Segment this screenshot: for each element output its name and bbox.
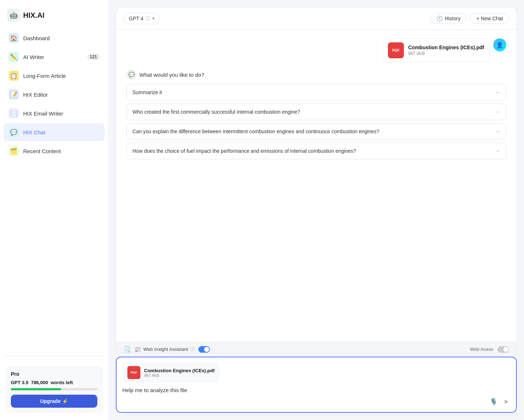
sidebar-item-ai-writer[interactable]: ✏️ AI Writer 121 (4, 48, 105, 66)
sidebar-divider (4, 356, 105, 356)
model-label: GPT 4 (129, 16, 143, 21)
send-button[interactable]: ➤ (502, 396, 510, 407)
sidebar-item-hix-chat[interactable]: 💬 HIX Chat (4, 123, 105, 141)
user-message-bubble: PDF Combustion Engines (ICEs).pdf 987.4K… (383, 38, 490, 62)
model-info-icon: ⓘ (145, 15, 150, 22)
attached-pdf-badge: PDF (127, 366, 140, 379)
suggestion-0-text: Summarize it (132, 89, 162, 95)
sidebar-logo: 🤖 HIX.AI (0, 0, 108, 29)
model-selector[interactable]: GPT 4 ⓘ ▾ (123, 13, 160, 24)
toolbar-doc-icon[interactable]: 🗒️ (123, 346, 131, 353)
plan-words-left: 786,000 (31, 380, 48, 385)
suggestion-3-text: How does the choice of fuel impact the p… (132, 148, 356, 154)
pdf-info: Combustion Engines (ICEs).pdf 987.4KB (408, 45, 484, 56)
sidebar: 🤖 HIX.AI 🏠 Dashboard ✏️ AI Writer 121 📋 … (0, 0, 109, 420)
hix-editor-icon: 📝 (9, 89, 19, 100)
sidebar-item-label-hix-chat: HIX Chat (23, 129, 45, 135)
plan-words-label: words left (51, 380, 73, 385)
user-avatar: 👤 (493, 38, 506, 51)
microphone-button[interactable]: 🎙️ (488, 396, 499, 407)
suggestion-0[interactable]: Summarize it → (126, 84, 506, 101)
plan-card: Pro GPT 3.5 786,000 words left Upgrade ⚡ (5, 366, 103, 413)
message-input[interactable]: Help me to analyze this file (122, 387, 510, 393)
attached-file: PDF Combustion Engines (ICEs).pdf 987.4K… (122, 362, 220, 383)
suggestion-1[interactable]: Who created the first commercially succe… (126, 104, 506, 120)
web-insight-info-icon: ⓘ (190, 346, 195, 352)
messages-area: PDF Combustion Engines (ICEs).pdf 987.4K… (116, 30, 516, 342)
model-chevron-icon: ▾ (152, 16, 155, 21)
user-message-row: PDF Combustion Engines (ICEs).pdf 987.4K… (126, 38, 506, 62)
header-actions: 🕐 History + New Chat (430, 13, 509, 24)
hix-email-writer-icon: ✉️ (9, 108, 19, 118)
suggestion-0-arrow: → (494, 89, 500, 96)
logo-text: HIX.AI (23, 11, 45, 20)
bot-icon: 💬 (126, 70, 136, 80)
web-insight-label: Web Insight Assistant (143, 346, 188, 352)
input-area[interactable]: PDF Combustion Engines (ICEs).pdf 987.4K… (116, 357, 517, 413)
web-access-toggle[interactable] (498, 346, 509, 353)
attached-file-name: Combustion Engines (ICEs).pdf (144, 368, 215, 373)
new-chat-label: + New Chat (476, 16, 503, 21)
plan-words: GPT 3.5 786,000 words left (11, 380, 97, 385)
suggestions-list: Summarize it → Who created the first com… (126, 84, 506, 159)
plan-progress-bar-fill (11, 388, 61, 390)
plan-progress-bar-bg (11, 388, 97, 390)
logo-icon: 🤖 (7, 9, 20, 22)
ai-writer-icon: ✏️ (9, 52, 19, 62)
suggestion-2-arrow: → (494, 128, 500, 135)
long-form-article-icon: 📋 (9, 71, 19, 81)
sidebar-item-hix-editor[interactable]: 📝 HIX Editor (4, 85, 105, 104)
new-chat-button[interactable]: + New Chat (470, 13, 509, 24)
sidebar-item-label-hix-editor: HIX Editor (23, 92, 48, 98)
plan-model: GPT 3.5 (11, 380, 28, 385)
toolbar-left: 🗒️ 📰 Web Insight Assistant ⓘ (123, 346, 210, 353)
sidebar-item-label-ai-writer: AI Writer (23, 54, 44, 60)
main-area: GPT 4 ⓘ ▾ 🕐 History + New Chat PDF (109, 0, 524, 420)
sidebar-nav: 🏠 Dashboard ✏️ AI Writer 121 📋 Long-Form… (0, 29, 108, 351)
sidebar-item-label-dashboard: Dashboard (23, 35, 50, 41)
sidebar-item-recent-content[interactable]: 🗂️ Recent Content (4, 142, 105, 160)
plan-title: Pro (11, 371, 97, 377)
ai-writer-badge: 121 (87, 54, 100, 60)
hix-chat-icon: 💬 (9, 127, 19, 137)
suggestion-3-arrow: → (494, 148, 500, 154)
suggestion-2[interactable]: Can you explain the difference between i… (126, 123, 506, 140)
pdf-size: 987.4KB (408, 51, 484, 56)
sidebar-item-hix-email-writer[interactable]: ✉️ HIX Email Writer (4, 104, 105, 122)
sidebar-item-dashboard[interactable]: 🏠 Dashboard (4, 29, 105, 47)
bot-question: What would you like to do? (139, 72, 204, 78)
sidebar-bottom: Pro GPT 3.5 786,000 words left Upgrade ⚡ (0, 360, 108, 420)
upgrade-button[interactable]: Upgrade ⚡ (11, 395, 97, 408)
chat-header: GPT 4 ⓘ ▾ 🕐 History + New Chat (116, 8, 516, 30)
sidebar-item-label-hix-email: HIX Email Writer (23, 110, 63, 117)
dashboard-icon: 🏠 (9, 33, 19, 43)
attached-info: Combustion Engines (ICEs).pdf 987.4KB (144, 368, 215, 378)
toolbar-right: Web Acess (470, 346, 509, 353)
suggestion-2-text: Can you explain the difference between i… (132, 129, 379, 134)
recent-content-icon: 🗂️ (9, 146, 19, 156)
pdf-badge: PDF (388, 42, 404, 58)
bot-message-header: 💬 What would you like to do? (126, 70, 506, 80)
web-insight-assistant: 📰 Web Insight Assistant ⓘ (134, 346, 195, 353)
input-actions: 🎙️ ➤ (122, 396, 510, 407)
sidebar-item-label-recent-content: Recent Content (23, 148, 61, 154)
history-clock-icon: 🕐 (436, 16, 443, 21)
web-insight-toggle[interactable] (198, 346, 210, 353)
chat-toolbar: 🗒️ 📰 Web Insight Assistant ⓘ Web Acess (116, 342, 516, 353)
history-label: History (445, 16, 461, 21)
suggestion-3[interactable]: How does the choice of fuel impact the p… (126, 143, 506, 159)
web-access-label: Web Acess (470, 346, 493, 352)
web-insight-icon: 📰 (134, 346, 141, 353)
bot-message-row: 💬 What would you like to do? Summarize i… (126, 70, 506, 159)
history-button[interactable]: 🕐 History (430, 13, 467, 24)
chat-window: GPT 4 ⓘ ▾ 🕐 History + New Chat PDF (116, 7, 517, 353)
suggestion-1-arrow: → (494, 109, 500, 115)
suggestion-1-text: Who created the first commercially succe… (132, 109, 300, 115)
pdf-name: Combustion Engines (ICEs).pdf (408, 45, 484, 50)
sidebar-item-label-long-form: Long-Form Article (23, 73, 66, 79)
sidebar-item-long-form-article[interactable]: 📋 Long-Form Article (4, 67, 105, 85)
attached-file-size: 987.4KB (144, 373, 215, 378)
